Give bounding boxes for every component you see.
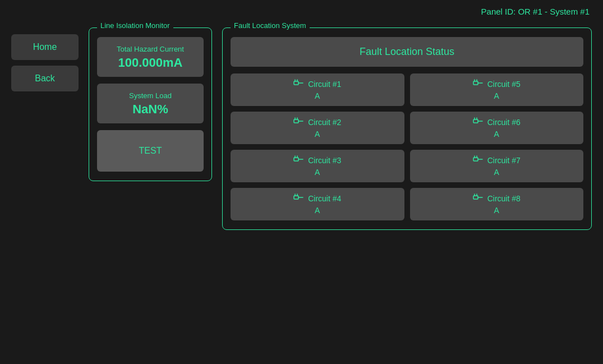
svg-rect-28 — [473, 196, 478, 199]
test-button[interactable]: TEST — [97, 130, 204, 172]
circuit-value-c8: A — [494, 206, 499, 215]
circuit-card-c3[interactable]: Circuit #3A — [231, 150, 404, 182]
circuit-plug-icon-c6 — [473, 117, 483, 127]
circuit-name-c3: Circuit #3 — [308, 156, 341, 165]
svg-rect-20 — [473, 158, 478, 161]
sidebar: Home Back — [11, 34, 79, 91]
hazard-current-value: 100.000mA — [104, 56, 197, 70]
system-load-card: System Load NaN% — [97, 84, 204, 123]
panel-id-label: Panel ID: OR #1 - System #1 — [481, 7, 590, 16]
circuit-value-c3: A — [315, 168, 320, 177]
svg-rect-16 — [294, 158, 298, 161]
circuit-plug-icon-c1 — [293, 79, 303, 89]
fls-panel: Fault Location System Fault Location Sta… — [222, 27, 592, 230]
system-load-label: System Load — [104, 91, 197, 100]
main-content: Home Back Line Isolation Monitor Total H… — [0, 19, 603, 364]
circuit-value-c7: A — [494, 168, 499, 177]
circuit-value-c1: A — [315, 91, 320, 100]
circuit-plug-icon-c3 — [293, 155, 303, 165]
circuit-name-c4: Circuit #4 — [308, 194, 341, 203]
lim-panel: Line Isolation Monitor Total Hazard Curr… — [89, 27, 212, 181]
circuit-grid: Circuit #1A Circuit #5A Circuit #2A Circ… — [231, 73, 583, 220]
circuit-plug-icon-c7 — [473, 155, 483, 165]
system-load-value: NaN% — [104, 102, 197, 117]
circuit-value-c4: A — [315, 206, 320, 215]
hazard-current-label: Total Hazard Current — [104, 45, 197, 53]
svg-rect-0 — [294, 81, 298, 85]
fls-panel-label: Fault Location System — [231, 21, 310, 30]
circuit-name-c2: Circuit #2 — [308, 118, 341, 127]
svg-rect-8 — [294, 119, 298, 123]
circuit-plug-icon-c5 — [473, 79, 483, 89]
circuit-name-c8: Circuit #8 — [487, 194, 521, 203]
circuit-name-c6: Circuit #6 — [487, 118, 521, 127]
circuit-card-c4[interactable]: Circuit #4A — [231, 188, 404, 220]
circuit-value-c2: A — [315, 130, 320, 139]
svg-rect-4 — [473, 81, 478, 85]
circuit-card-c2[interactable]: Circuit #2A — [231, 112, 404, 144]
circuit-name-c1: Circuit #1 — [308, 80, 341, 89]
lim-panel-label: Line Isolation Monitor — [97, 21, 173, 30]
circuit-card-c5[interactable]: Circuit #5A — [410, 73, 584, 106]
fault-location-status-header: Fault Location Status — [231, 37, 583, 67]
circuit-name-c5: Circuit #5 — [487, 80, 521, 89]
circuit-plug-icon-c4 — [293, 193, 303, 204]
back-button[interactable]: Back — [11, 66, 79, 91]
circuit-plug-icon-c2 — [293, 117, 303, 127]
circuit-name-c7: Circuit #7 — [487, 156, 521, 165]
circuit-card-c7[interactable]: Circuit #7A — [410, 150, 584, 182]
circuit-card-c8[interactable]: Circuit #8A — [410, 188, 584, 220]
hazard-current-card: Total Hazard Current 100.000mA — [97, 37, 204, 77]
circuit-plug-icon-c8 — [473, 193, 483, 204]
header-bar: Panel ID: OR #1 - System #1 — [0, 0, 603, 19]
svg-rect-24 — [294, 196, 298, 199]
svg-rect-12 — [473, 119, 478, 123]
circuit-value-c5: A — [494, 91, 499, 100]
circuit-card-c1[interactable]: Circuit #1A — [231, 73, 404, 106]
circuit-card-c6[interactable]: Circuit #6A — [410, 112, 584, 144]
home-button[interactable]: Home — [11, 34, 79, 60]
circuit-value-c6: A — [494, 130, 499, 139]
